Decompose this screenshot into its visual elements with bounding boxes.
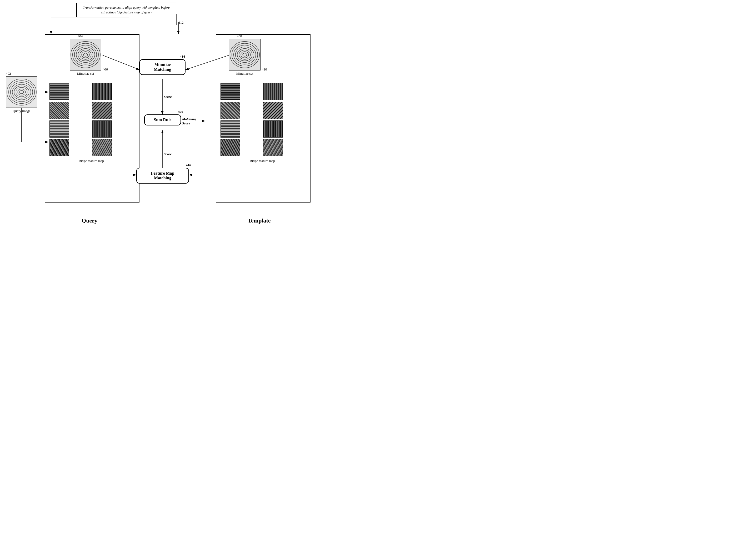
label-412: 412 (178, 21, 184, 25)
query-minutiae-label: Minutiae set (70, 72, 101, 76)
query-feature-cell-7 (50, 139, 69, 156)
label-402: 402 (6, 72, 11, 76)
template-feature-cell-5 (221, 120, 240, 138)
svg-rect-18 (229, 39, 260, 70)
annotation-text: Transformation parameters to align query… (83, 5, 169, 14)
label-404: 404 (78, 34, 83, 38)
query-image-container: Query image 402 (6, 76, 37, 113)
template-feature-cell-8 (263, 139, 283, 156)
svg-rect-0 (6, 76, 37, 108)
template-feature-cell-7 (221, 139, 240, 156)
template-feature-cell-2 (263, 83, 283, 100)
query-feature-cell-4 (92, 102, 112, 119)
template-feature-cell-6 (263, 120, 283, 138)
query-fingerprint (6, 76, 37, 108)
query-title: Query (61, 217, 119, 224)
template-minutiae-container: 408 Minutiae set 410 (229, 39, 261, 76)
score-top-label: Score (164, 95, 171, 99)
template-feature-cell-4 (263, 102, 283, 119)
label-414: 414 (180, 55, 185, 59)
svg-rect-9 (70, 39, 101, 70)
query-feature-grid (48, 81, 135, 158)
minutiae-matching-label-line2: Matching (154, 67, 171, 72)
query-feature-cell-2 (92, 83, 112, 100)
query-minutiae-fingerprint (70, 39, 101, 70)
label-420: 420 (178, 110, 184, 114)
label-416: 416 (186, 163, 191, 167)
score-bottom-label: Score (164, 152, 171, 156)
template-minutiae-fingerprint (229, 39, 261, 70)
template-feature-cell-1 (221, 83, 240, 100)
minutiae-matching-box: Minutiae Matching 414 (139, 59, 186, 75)
template-ridge-label: Ridge feature map (219, 159, 306, 163)
matching-score-label: MatchingScore (182, 117, 196, 126)
sum-rule-label: Sum Rule (154, 117, 171, 122)
feature-matching-label-line1: Feature Map (151, 171, 174, 175)
template-feature-grid (219, 81, 306, 158)
diagram-container: Transformation parameters to align query… (0, 0, 316, 232)
query-feature-cell-3 (50, 102, 69, 119)
query-ridge-label: Ridge feature map (48, 159, 135, 163)
feature-matching-label-line2: Matching (154, 176, 171, 180)
query-image-label: Query image (6, 109, 37, 113)
label-410-inline: 410 (262, 67, 267, 72)
label-406-inline: 406 (103, 67, 108, 72)
query-feature-cell-8 (92, 139, 112, 156)
annotation-box: Transformation parameters to align query… (76, 3, 176, 18)
query-minutiae-container: 404 Minutiae set 406 (70, 39, 101, 76)
query-feature-cell-5 (50, 120, 69, 138)
template-title: Template (230, 217, 288, 224)
template-minutiae-label: Minutiae set (229, 72, 261, 76)
template-feature-map-container: Ridge feature map (219, 81, 306, 163)
query-feature-cell-6 (92, 120, 112, 138)
label-408: 408 (237, 34, 242, 38)
query-feature-cell-1 (50, 83, 69, 100)
minutiae-matching-label-line1: Minutiae (154, 62, 170, 67)
template-feature-cell-3 (221, 102, 240, 119)
feature-matching-box: Feature Map Matching 416 (136, 168, 189, 183)
query-feature-map-container: Ridge feature map (48, 81, 135, 163)
sum-rule-box: Sum Rule 420 (144, 114, 181, 126)
